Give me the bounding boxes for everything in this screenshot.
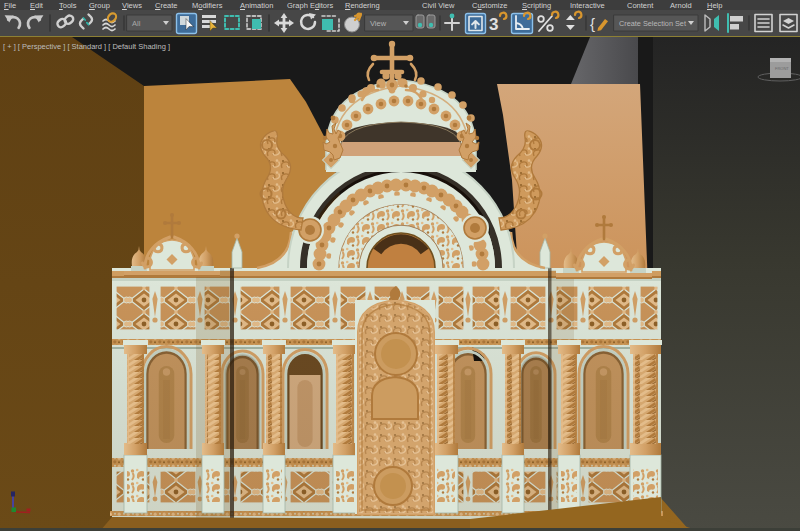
svg-text:3: 3 [489,15,498,34]
svg-text:FRONT: FRONT [775,66,789,71]
svg-text:[ + ] [ Perspective ] [ Standa: [ + ] [ Perspective ] [ Standard ] [ Def… [3,42,170,51]
svg-text:Create Selection Set: Create Selection Set [619,19,686,28]
svg-text:{: { [590,15,595,32]
svg-text:View: View [370,19,387,28]
svg-text:All: All [132,19,141,28]
